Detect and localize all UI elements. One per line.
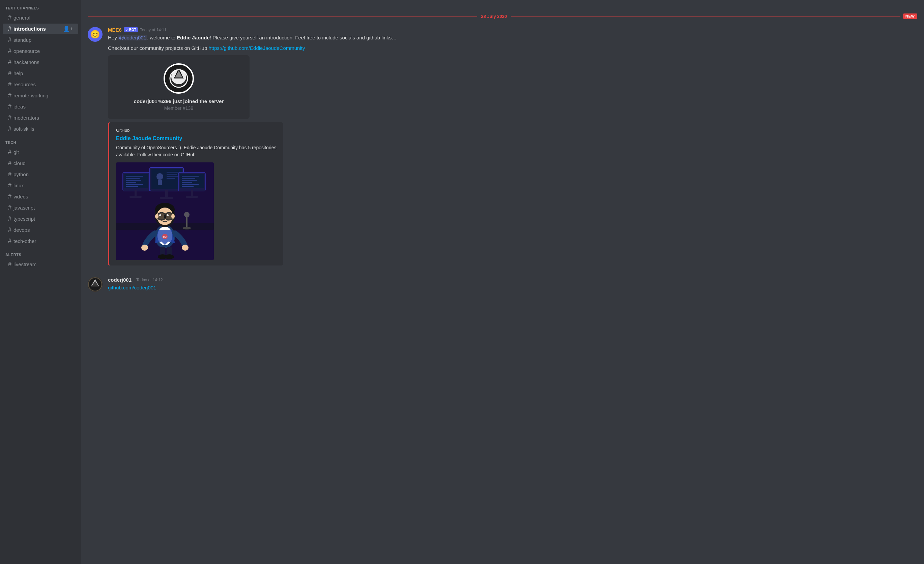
channel-name-livestream: livestream [14, 262, 36, 267]
mee6-message-text: Hey @coderj001, welcome to Eddie Jaoude!… [108, 34, 917, 42]
svg-point-52 [155, 214, 159, 218]
messages-area[interactable]: 28 July 2020 NEW 😊 MEE6 ✓ BOT Today at 1… [81, 0, 924, 564]
svg-rect-19 [158, 180, 162, 185]
github-source: GitHub [116, 128, 276, 133]
coderj001-username: coderj001 [108, 277, 132, 283]
hash-icon: # [8, 204, 12, 211]
coderj-github-link[interactable]: github.com/coderj001 [108, 285, 156, 290]
mee6-timestamp: Today at 14:11 [140, 28, 166, 32]
hash-icon: # [8, 238, 12, 245]
svg-point-54 [141, 245, 148, 251]
github-embed-desc: Community of OpenSourcers :). Eddie Jaou… [116, 144, 276, 159]
hash-icon: # [8, 125, 12, 132]
sidebar-item-introductions[interactable]: # introductions 👤+ [3, 24, 78, 34]
sidebar-item-hackathons[interactable]: # hackathons [3, 57, 78, 67]
svg-rect-13 [126, 182, 136, 183]
svg-point-59 [165, 254, 174, 259]
sidebar-item-devops[interactable]: # devops [3, 225, 78, 235]
bold-name: Eddie Jaoude [177, 35, 210, 40]
svg-text:EJ: EJ [163, 235, 166, 239]
message-mee6: 😊 MEE6 ✓ BOT Today at 14:11 Hey @coderj0… [81, 25, 924, 270]
checkmark-icon: ✓ [126, 28, 128, 32]
svg-rect-36 [160, 197, 173, 199]
svg-rect-12 [126, 180, 141, 181]
svg-rect-34 [129, 196, 142, 198]
hash-icon: # [8, 182, 12, 189]
sidebar-item-standup[interactable]: # standup [3, 35, 78, 45]
hash-icon: # [8, 193, 12, 200]
channel-name-videos: videos [14, 194, 28, 199]
text-channels-header: TEXT CHANNELS [0, 0, 81, 12]
svg-rect-26 [182, 176, 199, 177]
sidebar-item-remote-working[interactable]: # remote-working [3, 90, 78, 101]
coderj001-message-content: coderj001 Today at 14:12 github.com/code… [108, 277, 917, 292]
channel-name-javascript: javascript [14, 205, 35, 211]
github-embed-title[interactable]: Eddie Jaoude Community [116, 135, 276, 142]
svg-rect-21 [166, 174, 177, 175]
main-content: 28 July 2020 NEW 😊 MEE6 ✓ BOT Today at 1… [81, 0, 924, 564]
sidebar-item-git[interactable]: # git [3, 147, 78, 157]
svg-rect-10 [126, 176, 143, 177]
sidebar-item-cloud[interactable]: # cloud [3, 158, 78, 169]
add-user-icon[interactable]: 👤+ [63, 25, 73, 32]
svg-rect-30 [182, 184, 199, 185]
github-embed: GitHub Eddie Jaoude Community Community … [108, 122, 283, 265]
text-welcome: , welcome to [147, 35, 177, 40]
sidebar-item-opensource[interactable]: # opensource [3, 46, 78, 56]
svg-rect-11 [126, 178, 140, 178]
svg-rect-20 [166, 172, 179, 172]
github-community-link[interactable]: https://github.com/EddieJaoudeCommunity [208, 45, 305, 51]
join-card-avatar [164, 63, 194, 94]
channel-name-git: git [14, 149, 19, 155]
sidebar-item-videos[interactable]: # videos [3, 191, 78, 202]
sidebar-item-linux[interactable]: # linux [3, 180, 78, 191]
sidebar-item-help[interactable]: # help [3, 68, 78, 78]
hash-icon: # [8, 215, 12, 222]
svg-rect-28 [182, 180, 197, 181]
svg-rect-31 [182, 186, 194, 187]
sidebar-item-livestream[interactable]: # livestream [3, 259, 78, 269]
channel-name-opensource: opensource [14, 48, 40, 54]
avatar-mee6: 😊 [88, 27, 102, 42]
channel-name-general: general [14, 15, 30, 21]
text-intro: ! Please give yourself an introduction. … [210, 35, 397, 40]
mention-coderj001[interactable]: @coderj001 [118, 35, 147, 40]
svg-rect-27 [182, 178, 195, 178]
coderj-avatar-svg [88, 277, 102, 292]
sidebar-item-tech-other[interactable]: # tech-other [3, 236, 78, 246]
sidebar-item-resources[interactable]: # resources [3, 79, 78, 90]
channel-name-soft-skills: soft-skills [14, 126, 34, 132]
bot-badge-text: BOT [129, 28, 136, 32]
sidebar-item-javascript[interactable]: # javascript [3, 202, 78, 213]
svg-rect-14 [126, 184, 143, 185]
sidebar-item-moderators[interactable]: # moderators [3, 112, 78, 123]
sidebar-item-typescript[interactable]: # typescript [3, 214, 78, 224]
sidebar: TEXT CHANNELS # general # introductions … [0, 0, 81, 564]
checkout-text: Checkout our community projects on GitHu… [108, 45, 208, 51]
sidebar-item-ideas[interactable]: # ideas [3, 102, 78, 112]
divider-line-left [88, 16, 477, 16]
sidebar-item-general[interactable]: # general [3, 12, 78, 23]
sidebar-item-python[interactable]: # python [3, 169, 78, 180]
sidebar-item-soft-skills[interactable]: # soft-skills [3, 124, 78, 134]
svg-point-48 [158, 213, 166, 220]
coderj001-message-header: coderj001 Today at 14:12 [108, 277, 917, 283]
channel-name-introductions: introductions [14, 26, 46, 32]
avatar-coderj001 [88, 277, 102, 292]
hash-icon: # [8, 261, 12, 268]
svg-point-60 [184, 212, 189, 217]
tech-header: TECH [0, 135, 81, 147]
svg-rect-37 [191, 190, 193, 197]
hash-icon: # [8, 36, 12, 43]
hash-icon: # [8, 92, 12, 99]
svg-rect-15 [126, 186, 138, 187]
svg-rect-38 [186, 196, 198, 198]
channel-name-tech-other: tech-other [14, 238, 36, 244]
hash-icon: # [8, 103, 12, 110]
hash-icon: # [8, 70, 12, 77]
svg-point-62 [183, 227, 191, 229]
svg-rect-23 [166, 178, 175, 178]
join-card-text: coderj001#6396 just joined the server [134, 99, 224, 104]
hash-icon: # [8, 14, 12, 21]
channel-name-remote-working: remote-working [14, 93, 48, 99]
